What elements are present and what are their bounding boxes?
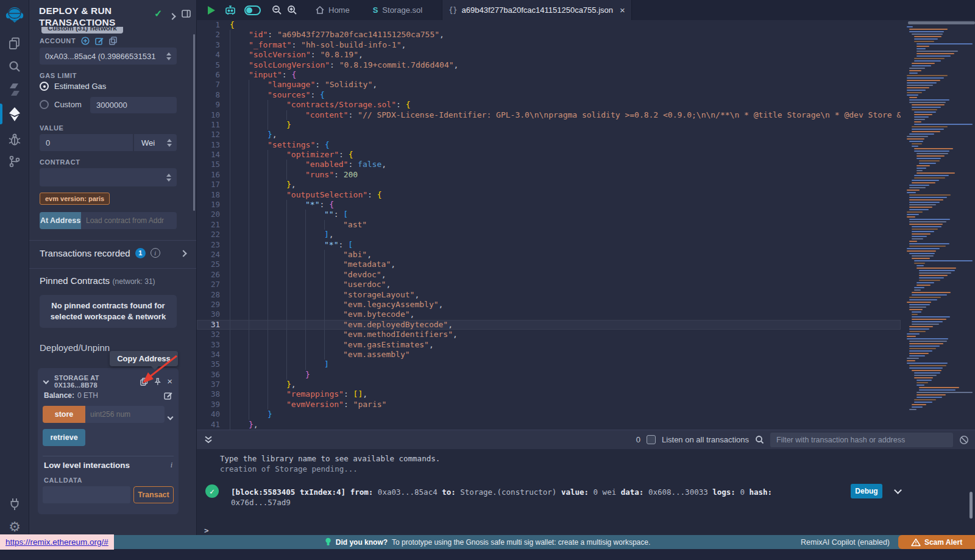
create-account-icon[interactable] (81, 37, 90, 45)
value-unit-select[interactable]: Wei (134, 134, 177, 151)
tab-json-active[interactable]: {} a69b43f277ba20fcac141151250ca755.json… (442, 0, 632, 20)
store-arg-input[interactable] (85, 406, 165, 423)
code-line[interactable]: 33"evm.gasEstimates", (197, 340, 901, 350)
code-line[interactable]: 35] (197, 360, 901, 369)
git-icon[interactable] (0, 150, 29, 173)
code-line[interactable]: 9"contracts/Storage.sol": { (197, 100, 901, 110)
code-line[interactable]: 10"content": "// SPDX-License-Identifier… (197, 110, 901, 120)
store-button[interactable]: store (43, 406, 85, 423)
code-line[interactable]: 12}, (197, 130, 901, 140)
code-line[interactable]: 31"evm.deployedBytecode", (197, 320, 901, 330)
scam-alert-badge[interactable]: Scam Alert (898, 535, 975, 549)
tab-close-icon[interactable]: × (620, 5, 625, 15)
copy-account-icon[interactable] (109, 37, 117, 45)
code-line[interactable]: 15"enabled": false, (197, 160, 901, 169)
at-address-button[interactable]: At Address (40, 212, 81, 229)
contract-select[interactable] (40, 168, 177, 186)
code-line[interactable]: 3"_format": "hh-sol-build-info-1", (197, 40, 901, 50)
unit-stepper-icon[interactable] (167, 139, 172, 147)
code-line[interactable]: 20"": [ (197, 210, 901, 219)
code-lines[interactable]: 1{2"id": "a69b43f277ba20fcac141151250ca7… (197, 20, 901, 430)
code-line[interactable]: 16"runs": 200 (197, 170, 901, 180)
code-line[interactable]: 5"solcLongVersion": "0.8.19+commit.7dd6d… (197, 60, 901, 70)
code-line[interactable]: 19"*": { (197, 200, 901, 210)
code-line[interactable]: 36} (197, 370, 901, 380)
ai-copilot-robot-icon[interactable] (224, 4, 237, 17)
code-line[interactable]: 18"outputSelection": { (197, 190, 901, 200)
code-line[interactable]: 8"sources": { (197, 90, 901, 100)
edit-balance-icon[interactable] (164, 391, 172, 400)
code-line[interactable]: 4"solcVersion": "0.8.19", (197, 50, 901, 60)
filter-input[interactable] (770, 433, 953, 447)
tab-storage-sol[interactable]: S Storage.sol (367, 0, 428, 20)
contract-stepper-icon[interactable] (166, 174, 171, 182)
retrieve-button[interactable]: retrieve (43, 429, 85, 446)
code-line[interactable]: 7"language": "Solidity", (197, 80, 901, 90)
panel-scrollbar[interactable] (193, 34, 195, 211)
minimap-slider[interactable] (908, 21, 975, 24)
at-address-input[interactable] (81, 212, 177, 229)
transact-button[interactable]: Transact (133, 486, 174, 503)
code-line[interactable]: 1{ (197, 20, 901, 30)
account-stepper-icon[interactable] (166, 52, 171, 60)
code-line[interactable]: 37}, (197, 380, 901, 389)
search-icon[interactable] (0, 55, 29, 78)
minimap[interactable] (901, 20, 975, 430)
debugger-icon[interactable] (0, 128, 29, 151)
code-line[interactable]: 21"ast" (197, 220, 901, 230)
terminal-collapse-icon[interactable] (204, 436, 213, 444)
code-editor[interactable]: 1{2"id": "a69b43f277ba20fcac141151250ca7… (197, 20, 975, 430)
code-line[interactable]: 30"evm.bytecode", (197, 310, 901, 319)
code-line[interactable]: 11} (197, 120, 901, 130)
transactions-expand-icon[interactable] (181, 247, 186, 258)
zoom-out-icon[interactable] (272, 5, 282, 15)
code-line[interactable]: 29"evm.legacyAssembly", (197, 300, 901, 310)
estimated-gas-radio[interactable] (40, 82, 49, 91)
transactions-info-icon[interactable]: i (151, 248, 160, 258)
code-line[interactable]: 27"userdoc", (197, 280, 901, 289)
code-line[interactable]: 24"abi", (197, 250, 901, 260)
remix-logo-icon[interactable] (0, 4, 29, 27)
file-explorer-icon[interactable] (0, 32, 29, 55)
code-line[interactable]: 25"metadata", (197, 260, 901, 269)
calldata-input[interactable] (43, 486, 130, 503)
listen-checkbox[interactable] (647, 435, 656, 444)
copilot-toggle[interactable] (244, 5, 261, 15)
copilot-status[interactable]: RemixAI Copilot (enabled) (801, 535, 890, 549)
clear-console-icon[interactable] (959, 435, 969, 445)
plugin-manager-icon[interactable] (0, 492, 29, 516)
low-level-info-icon[interactable]: i (171, 461, 172, 470)
panel-forward-icon[interactable] (170, 10, 175, 21)
zoom-in-icon[interactable] (287, 5, 297, 15)
code-line[interactable]: 38"remappings": [], (197, 389, 901, 399)
tab-home[interactable]: Home (310, 0, 356, 20)
pin-panel-icon[interactable] (182, 9, 191, 20)
code-line[interactable]: 22], (197, 230, 901, 239)
code-line[interactable]: 34"evm.assembly" (197, 350, 901, 360)
code-line[interactable]: 6"input": { (197, 70, 901, 80)
code-line[interactable]: 23"*": [ (197, 240, 901, 250)
code-line[interactable]: 32"evm.methodIdentifiers", (197, 330, 901, 339)
tx-log-text[interactable]: [block:5583405 txIndex:4] from: 0xa03...… (231, 487, 835, 508)
account-select[interactable]: 0xA03...85ac4 (0.39866531531 (40, 48, 177, 65)
tx-expand-icon[interactable] (894, 486, 902, 494)
custom-gas-input[interactable] (90, 97, 177, 113)
run-script-icon[interactable] (208, 6, 215, 15)
code-line[interactable]: 41}, (197, 420, 901, 430)
value-input[interactable] (40, 134, 133, 151)
code-line[interactable]: 28"storageLayout", (197, 290, 901, 300)
code-line[interactable]: 13"settings": { (197, 140, 901, 150)
code-line[interactable]: 26"devdoc", (197, 270, 901, 280)
store-expand-icon[interactable] (168, 411, 172, 422)
terminal[interactable]: Type the library name to see available c… (197, 449, 975, 535)
code-line[interactable]: 14"optimizer": { (197, 150, 901, 160)
code-line[interactable]: 17}, (197, 180, 901, 190)
code-line[interactable]: 39"evmVersion": "paris" (197, 400, 901, 409)
debug-button[interactable]: Debug (851, 484, 882, 498)
terminal-scrollbar[interactable] (970, 492, 973, 519)
solidity-compiler-icon[interactable] (0, 78, 29, 101)
sign-message-icon[interactable] (95, 37, 104, 45)
code-line[interactable]: 2"id": "a69b43f277ba20fcac141151250ca755… (197, 30, 901, 40)
contract-collapse-icon[interactable] (44, 375, 48, 386)
deploy-run-icon[interactable] (0, 102, 29, 126)
